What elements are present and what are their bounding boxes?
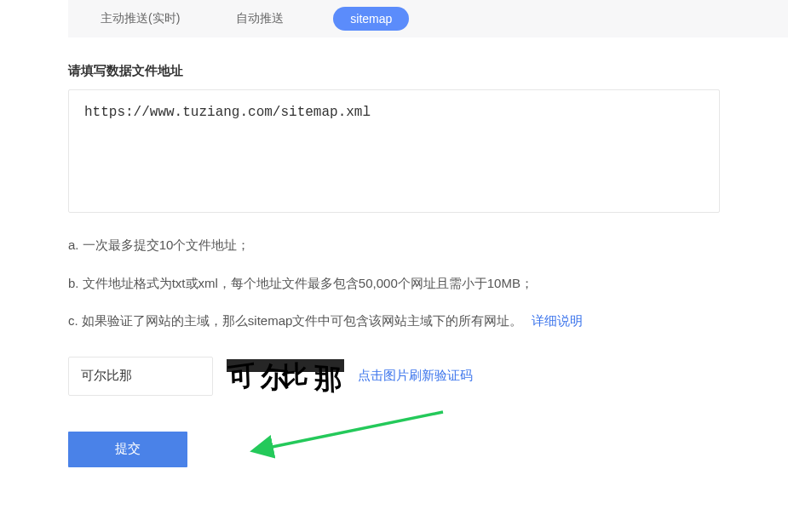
captcha-image[interactable]: 可 尔 比 那: [227, 359, 344, 393]
captcha-input[interactable]: [68, 357, 213, 396]
url-textarea[interactable]: https://www.tuziang.com/sitemap.xml: [68, 89, 720, 213]
svg-line-7: [256, 412, 443, 450]
main-content: 请填写数据文件地址 https://www.tuziang.com/sitema…: [0, 37, 788, 467]
hints-block: a. 一次最多提交10个文件地址； b. 文件地址格式为txt或xml，每个地址…: [68, 236, 720, 331]
tabs-bar: 主动推送(实时) 自动推送 sitemap: [68, 0, 788, 37]
captcha-row: 可 尔 比 那 点击图片刷新验证码: [68, 357, 720, 396]
section-title: 请填写数据文件地址: [68, 63, 720, 79]
annotation-arrow-icon: [247, 408, 460, 467]
hint-row-c: c. 如果验证了网站的主域，那么sitemap文件中可包含该网站主域下的所有网址…: [68, 312, 720, 331]
svg-rect-5: [227, 359, 344, 372]
captcha-svg: 可 尔 比 那: [227, 359, 344, 393]
captcha-refresh-label[interactable]: 点击图片刷新验证码: [358, 368, 473, 384]
tab-sitemap[interactable]: sitemap: [333, 7, 409, 31]
submit-row: 提交: [68, 432, 720, 467]
hint-c-text: c. 如果验证了网站的主域，那么sitemap文件中可包含该网站主域下的所有网址…: [68, 313, 522, 328]
hint-row-b: b. 文件地址格式为txt或xml，每个地址文件最多包含50,000个网址且需小…: [68, 274, 720, 294]
hint-row-a: a. 一次最多提交10个文件地址；: [68, 236, 720, 255]
tab-manual-push[interactable]: 主动推送(实时): [94, 11, 187, 26]
tab-auto-push[interactable]: 自动推送: [229, 11, 290, 26]
submit-button[interactable]: 提交: [68, 432, 187, 467]
detail-link[interactable]: 详细说明: [532, 313, 583, 328]
page-container: 主动推送(实时) 自动推送 sitemap 请填写数据文件地址 https://…: [0, 0, 788, 467]
